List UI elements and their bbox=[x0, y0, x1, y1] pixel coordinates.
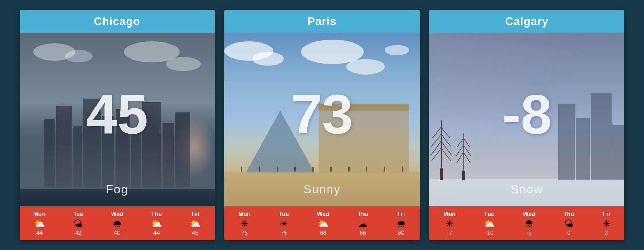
chicago-card: Chicago 45 Fog bbox=[20, 10, 215, 240]
calgary-temp-1: -10 bbox=[485, 229, 494, 236]
calgary-day-2: Wed bbox=[523, 211, 536, 218]
chicago-temp-1: 42 bbox=[75, 229, 82, 236]
paris-icon-3: ☁ bbox=[358, 219, 367, 228]
chicago-forecast-thu: Thu ⛅ 44 bbox=[151, 211, 162, 236]
paris-temp-2: 68 bbox=[320, 229, 327, 236]
paris-forecast-thu: Thu ☁ 66 bbox=[358, 211, 368, 236]
paris-icon-2: ⛅ bbox=[317, 219, 329, 228]
paris-day-4: Fri bbox=[397, 211, 405, 218]
chicago-icon-0: ⛅ bbox=[34, 219, 45, 228]
calgary-forecast-thu: Thu 🌤 0 bbox=[564, 211, 574, 236]
chicago-temp-0: 44 bbox=[36, 229, 43, 236]
paris-day-0: Mon bbox=[238, 211, 251, 218]
paris-forecast: Mon ☀ 75 Tue ☀ 75 Wed ⛅ 68 Thu ☁ 66 Fri … bbox=[224, 206, 420, 240]
chicago-day-3: Thu bbox=[151, 211, 162, 218]
calgary-condition: Snow bbox=[511, 182, 543, 196]
chicago-forecast: Mon ⛅ 44 Tue 🌤 42 Wed 🌧 40 Thu ⛅ 44 Fri … bbox=[20, 206, 215, 240]
calgary-forecast: Mon ☀ -7 Tue ⛅ -10 Wed 🌨 -3 Thu 🌤 0 Fri … bbox=[429, 206, 624, 240]
paris-forecast-mon: Mon ☀ 75 bbox=[238, 211, 251, 236]
calgary-icon-3: 🌤 bbox=[564, 219, 573, 228]
calgary-temp-2: -3 bbox=[527, 229, 532, 236]
paris-temp-0: 75 bbox=[241, 229, 248, 236]
chicago-forecast-mon: Mon ⛅ 44 bbox=[33, 211, 46, 236]
paris-icon-0: ☀ bbox=[240, 219, 248, 228]
paris-forecast-wed: Wed ⛅ 68 bbox=[317, 211, 330, 236]
calgary-day-3: Thu bbox=[564, 211, 574, 218]
paris-city-name: Paris bbox=[224, 15, 420, 28]
paris-header: Paris bbox=[224, 10, 420, 33]
chicago-temp-3: 44 bbox=[153, 229, 160, 236]
paris-day-1: Tue bbox=[279, 211, 289, 218]
calgary-day-4: Fri bbox=[603, 211, 610, 218]
calgary-temp-3: 0 bbox=[567, 229, 570, 236]
chicago-icon-1: 🌤 bbox=[74, 219, 83, 228]
chicago-condition: Fog bbox=[106, 182, 129, 196]
chicago-day-1: Tue bbox=[73, 211, 83, 218]
paris-condition: Sunny bbox=[304, 182, 340, 196]
chicago-day-4: Fri bbox=[191, 211, 199, 218]
paris-forecast-tue: Tue ☀ 75 bbox=[279, 211, 289, 236]
paris-icon-4: 🌧 bbox=[397, 219, 406, 228]
calgary-forecast-mon: Mon ☀ -7 bbox=[443, 211, 455, 236]
calgary-icon-1: ⛅ bbox=[484, 219, 495, 228]
calgary-temp-4: 3 bbox=[605, 229, 608, 236]
chicago-header: Chicago bbox=[20, 10, 215, 33]
calgary-icon-2: 🌨 bbox=[524, 219, 534, 228]
paris-people bbox=[224, 165, 420, 172]
calgary-temp-0: -7 bbox=[447, 229, 452, 236]
paris-temp-3: 66 bbox=[360, 229, 366, 236]
chicago-forecast-tue: Tue 🌤 42 bbox=[73, 211, 83, 236]
chicago-icon-2: 🌧 bbox=[113, 219, 122, 228]
paris-temperature: 73 bbox=[291, 86, 353, 142]
paris-day-2: Wed bbox=[317, 211, 330, 218]
chicago-temp-4: 45 bbox=[192, 229, 199, 236]
calgary-icon-0: ☀ bbox=[445, 219, 453, 228]
paris-day-3: Thu bbox=[358, 211, 368, 218]
calgary-forecast-tue: Tue ⛅ -10 bbox=[484, 211, 495, 236]
paris-image: 73 Sunny bbox=[224, 33, 420, 206]
chicago-city-name: Chicago bbox=[20, 15, 215, 28]
paris-forecast-fri: Fri 🌧 60 bbox=[397, 211, 406, 236]
chicago-forecast-fri: Fri ⛅ 45 bbox=[190, 211, 201, 236]
calgary-forecast-wed: Wed 🌨 -3 bbox=[523, 211, 536, 236]
calgary-day-0: Mon bbox=[443, 211, 455, 218]
chicago-day-2: Wed bbox=[111, 211, 123, 218]
paris-icon-1: ☀ bbox=[280, 219, 288, 228]
chicago-image: 45 Fog bbox=[20, 33, 215, 206]
calgary-city-name: Calgary bbox=[429, 15, 624, 28]
calgary-icon-4: ☀ bbox=[603, 219, 611, 228]
calgary-header: Calgary bbox=[429, 10, 624, 33]
chicago-icon-3: ⛅ bbox=[151, 219, 162, 228]
paris-card: Paris 73 Sunny Mon ☀ bbox=[224, 10, 420, 240]
chicago-temp-2: 40 bbox=[114, 229, 120, 236]
chicago-icon-4: ⛅ bbox=[190, 219, 201, 228]
paris-temp-4: 60 bbox=[398, 229, 404, 236]
calgary-forecast-fri: Fri ☀ 3 bbox=[603, 211, 611, 236]
chicago-forecast-wed: Wed 🌧 40 bbox=[111, 211, 123, 236]
paris-temp-1: 75 bbox=[281, 229, 287, 236]
calgary-card: Calgary bbox=[429, 10, 624, 240]
calgary-day-1: Tue bbox=[484, 211, 494, 218]
chicago-day-0: Mon bbox=[33, 211, 46, 218]
chicago-temperature: 45 bbox=[86, 86, 148, 142]
calgary-temperature: -8 bbox=[502, 86, 552, 142]
calgary-image: -8 Snow bbox=[429, 33, 624, 206]
